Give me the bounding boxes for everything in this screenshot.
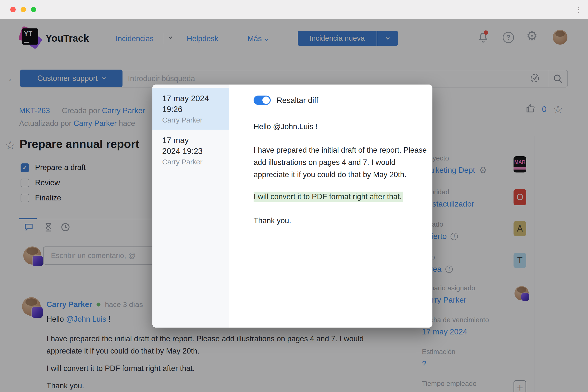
version-list: 17 may 202419:26 Carry Parker 17 may2024… [152,84,229,328]
version-closing: Thank you. [254,214,432,227]
version-greeting: Hello @John.Luis ! [254,120,432,133]
version-item-selected[interactable]: 17 may 202419:26 Carry Parker [152,88,229,130]
macos-titlebar: ⋮ [0,0,588,19]
minimize-window-button[interactable] [20,7,26,12]
youtrack-window: ⋮ YT YouTrack Incidencias Helpdesk Más I… [0,0,588,392]
zoom-window-button[interactable] [31,7,36,12]
diff-added-text: I will convert it to PDF format right af… [254,190,432,203]
highlight-diff-toggle[interactable] [254,96,271,105]
comment-history-dialog: 17 may 202419:26 Carry Parker 17 may2024… [152,84,432,328]
highlight-diff-label: Resaltar diff [276,96,318,105]
browser-overflow-menu-icon[interactable]: ⋮ [575,6,582,14]
close-window-button[interactable] [10,7,16,12]
version-paragraph: I have prepared the initial draft of the… [254,144,432,181]
version-preview: Resaltar diff Hello @John.Luis ! I have … [229,84,432,328]
version-item[interactable]: 17 may2024 19:23 Carry Parker [152,130,229,172]
version-text: Hello @John.Luis ! I have prepared the i… [254,120,432,227]
